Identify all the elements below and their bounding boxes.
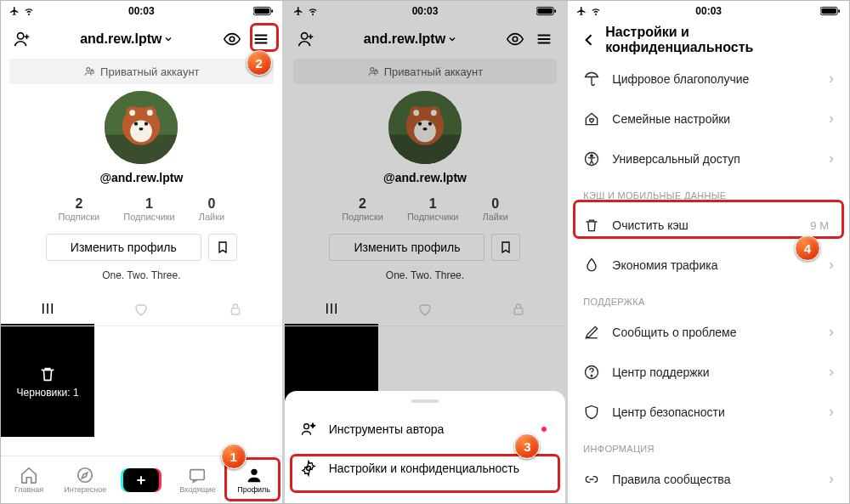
svg-point-49 [592,375,592,376]
sheet-handle[interactable] [411,399,439,403]
chevron-right-icon [829,323,834,341]
phone-menu: 00:03 and.rew.lptw Приватный аккаунт @an… [285,1,566,503]
phone-settings: 00:03 Настройки и конфиденциальность Циф… [568,1,849,503]
chevron-right-icon [829,70,834,88]
trash-icon [38,365,57,383]
svg-point-10 [130,120,152,142]
wifi-icon [23,6,35,16]
section-info: ИНФОРМАЦИЯ [568,432,849,459]
button-row: Изменить профиль [1,234,282,261]
svg-point-47 [591,155,593,157]
nav-discover[interactable]: Интересное [57,456,113,503]
bio-text: One. Two. Three. [1,269,282,281]
tab-liked[interactable] [94,293,188,326]
svg-rect-6 [91,71,94,73]
nav-create[interactable] [113,456,169,503]
svg-point-5 [87,68,90,71]
svg-point-3 [18,33,24,39]
video-grid: Черновики: 1 [1,326,282,437]
airplane-mode-icon [576,6,586,16]
pencil-icon [583,324,600,341]
callout-2: 2 [246,50,272,76]
nav-home[interactable]: Главная [1,456,57,503]
svg-point-14 [147,110,153,116]
umbrella-icon [583,71,600,88]
drafts-label: Черновики: 1 [17,387,79,399]
notification-dot [541,427,547,432]
section-support: ПОДДЕРЖКА [568,285,849,312]
trash-icon [583,217,600,234]
status-time: 00:03 [98,5,186,17]
top-nav: and.rew.lptw [1,21,282,57]
link-icon [583,471,600,488]
likes-stat[interactable]: 0Лайки [199,196,224,222]
add-user-icon[interactable] [9,26,35,52]
settings-header: Настройки и конфиденциальность [568,21,849,59]
row-help[interactable]: Центр поддержки [568,352,849,392]
username-dropdown[interactable]: and.rew.lptw [38,31,216,47]
drafts-tile[interactable]: Черновики: 1 [1,326,94,437]
battery-icon [253,6,274,16]
row-accessibility[interactable]: Универсальный доступ [568,139,849,178]
shield-icon [583,404,600,421]
hamburger-menu-icon[interactable] [248,26,274,52]
wifi-icon [590,6,602,16]
phone-profile: 00:03 and.rew.lptw Приватный аккаунт [1,1,282,503]
back-button[interactable] [576,27,602,53]
followers-stat[interactable]: 1Подписчики [123,196,175,222]
stats-row: 2Подписки 1Подписчики 0Лайки [1,196,282,222]
svg-point-4 [230,37,235,42]
avatar[interactable] [105,91,178,164]
row-guidelines[interactable]: Правила сообщества [568,459,849,499]
tab-private[interactable] [188,293,281,326]
lock-person-icon [83,65,95,77]
cache-size: 9 M [810,219,834,232]
following-stat[interactable]: 2Подписки [58,196,99,222]
status-bar: 00:03 [1,1,282,21]
svg-point-41 [303,424,309,429]
nav-inbox[interactable]: Входящие [169,456,225,503]
callout-4: 4 [795,235,820,261]
svg-point-17 [139,127,144,130]
private-account-banner[interactable]: Приватный аккаунт [9,59,274,84]
row-family[interactable]: Семейные настройки [568,99,849,139]
svg-rect-20 [190,470,205,480]
airplane-mode-icon [9,6,20,16]
chevron-right-icon [829,403,834,421]
battery-icon [820,6,841,16]
water-drop-icon [583,257,600,274]
row-report[interactable]: Сообщить о проблеме [568,312,849,352]
edit-profile-button[interactable]: Изменить профиль [46,234,201,261]
question-circle-icon [583,364,600,381]
status-bar: 00:03 [568,1,849,21]
svg-point-15 [134,122,138,126]
avatar-block: @and.rew.lptw [1,91,282,184]
status-time: 00:03 [665,5,753,17]
handle-text: @and.rew.lptw [99,171,183,184]
svg-rect-18 [231,309,239,314]
profile-tabs [1,293,282,326]
chevron-down-icon [163,34,173,44]
svg-rect-1 [254,8,269,14]
svg-point-16 [144,122,148,126]
svg-point-19 [78,468,93,483]
sparkle-person-icon [300,421,317,438]
bookmark-button[interactable] [208,234,237,261]
chevron-right-icon [829,256,834,274]
eye-icon[interactable] [219,26,245,52]
svg-rect-44 [821,8,836,14]
svg-rect-2 [271,9,273,13]
private-account-label: Приватный аккаунт [100,65,200,78]
accessibility-icon [583,150,600,167]
plus-icon [123,468,159,492]
section-cache: КЭШ И МОБИЛЬНЫЕ ДАННЫЕ [568,178,849,206]
gear-icon [300,460,317,477]
chevron-right-icon [829,363,834,381]
settings-list[interactable]: Цифровое благополучие Семейные настройки… [568,59,849,503]
row-safety[interactable]: Центр безопасности [568,392,849,432]
row-wellbeing[interactable]: Цифровое благополучие [568,59,849,99]
svg-rect-45 [838,9,840,13]
tab-grid[interactable] [1,293,94,326]
svg-point-21 [251,469,257,475]
settings-title: Настройки и конфиденциальность [605,25,841,55]
